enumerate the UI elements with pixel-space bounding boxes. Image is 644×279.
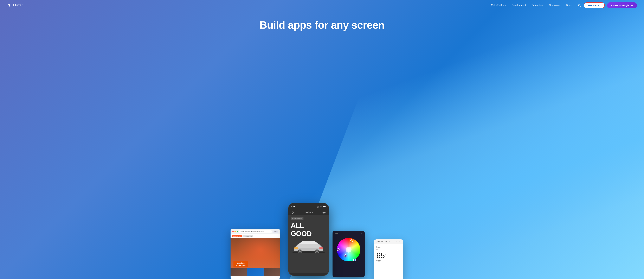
phone-statusbar: 8:09 [288,203,329,210]
logo-area[interactable]: Flutter [7,3,22,8]
signal-icon [317,206,319,208]
nav-development[interactable]: Development [512,4,526,6]
mini-image-1 [230,268,247,276]
browser-traffic-lights [232,231,238,232]
weather-name: Ross... [376,246,401,248]
dot-1 [335,233,336,234]
color-handle-purple-1[interactable] [337,248,340,251]
browser-url-bar[interactable]: flutterhub.com/vacation-travel-maps [239,230,272,233]
browser-tabs: Arizona Trip Indonesia Trip [230,234,280,238]
fullscreen-dot [237,231,238,232]
page-wrapper: Flutter Multi-Platform Development Ecosy… [0,0,644,279]
weather-content: Ross... 20 m 65 ° Clear [374,244,403,264]
vacation-badge: VacationInspiration [234,261,248,268]
svg-point-21 [316,250,318,252]
bell-icon [291,211,294,214]
svg-rect-23 [319,248,323,248]
vacation-badge-text: VacationInspiration [236,262,246,266]
browser-content: VacationInspiration [230,238,280,276]
clock-icon [376,241,378,242]
svg-rect-8 [319,206,319,208]
close-dot [232,231,234,232]
color-wheel[interactable] [337,238,360,261]
brand-name: Flutter [13,3,22,7]
navbar: Flutter Multi-Platform Development Ecosy… [0,0,644,10]
phone-header-title: iX xDrive50 [303,211,314,214]
search-button[interactable] [578,3,582,7]
dot-2 [336,233,337,234]
dot-3 [337,233,338,234]
three-dots [335,233,338,234]
phone-device: 8:09 [288,203,329,276]
flutter-logo-icon [7,3,12,8]
wifi-icon [320,206,322,208]
svg-rect-5 [317,207,318,208]
weather-temperature: 65 [376,252,385,259]
nav-ecosystem[interactable]: Ecosystem [532,4,543,6]
get-started-button[interactable]: Get started [584,2,605,8]
browser-tab-inactive[interactable]: Indonesia Trip [242,235,253,237]
svg-point-16 [292,252,325,253]
weather-widget: 8:00 AM · Tue, Oct 9 Co... Ross... 20 m … [374,240,403,279]
car-icon-small [396,241,398,242]
hero-title: Build apps for any screen [0,19,644,31]
browser-titlebar: flutterhub.com/vacation-travel-maps Gues… [230,229,280,234]
weather-time-text: 8:00 AM · Tue, Oct 9 [378,241,392,242]
check-status-badge: Check Status [291,217,304,220]
svg-line-4 [580,6,581,6]
nav-links: Multi-Platform Development Ecosystem Sho… [491,4,572,6]
svg-point-9 [321,207,321,208]
browser-window: flutterhub.com/vacation-travel-maps Gues… [230,229,280,279]
weather-header: 8:00 AM · Tue, Oct 9 Co... [374,240,403,244]
phone-time: 8:09 [291,206,296,208]
devices-area: flutterhub.com/vacation-travel-maps Gues… [0,37,644,276]
color-picker-header: × [332,230,365,236]
battery-icon [323,206,326,208]
browser-tab-active[interactable]: Arizona Trip [232,235,242,237]
nav-multi-platform[interactable]: Multi-Platform [491,4,506,6]
svg-rect-11 [323,206,325,207]
phone-header: iX xDrive50 [288,210,329,215]
browser-guest-label: Guest [273,230,278,233]
phone-big-text-1: ALL [291,222,326,229]
weather-condition: Clear [376,260,401,262]
color-picker-close[interactable]: × [361,232,362,235]
phone-status-icons [317,206,326,208]
svg-rect-6 [318,206,318,208]
svg-rect-22 [294,248,298,248]
car-icon [322,211,326,214]
weather-temp-area: 65 ° [376,252,401,259]
companion-text: Co... [398,241,401,242]
hero-content: Build apps for any screen [0,10,644,37]
browser-bottom-images [230,268,280,276]
color-picker-panel: × [332,230,365,278]
phone-content: Check Status ALL GOOD [288,215,329,273]
nav-docs[interactable]: Docs [566,4,572,6]
google-io-button[interactable]: Flutter @ Google I/O [607,2,637,8]
car-illustration [291,239,326,253]
color-wheel-container[interactable] [332,236,365,263]
weather-distance: 20 m [376,248,401,250]
nav-showcase[interactable]: Showcase [549,4,560,6]
svg-rect-7 [318,206,318,208]
search-icon [578,4,581,7]
svg-rect-12 [326,206,326,207]
weather-companion: Co... [396,241,401,242]
mini-image-3 [264,268,280,276]
svg-point-19 [299,250,301,252]
weather-time: 8:00 AM · Tue, Oct 9 [376,241,392,242]
phone-big-text-2: GOOD [291,230,326,237]
color-handle-blue[interactable] [353,259,356,261]
mini-image-2 [247,268,264,276]
weather-degree: ° [385,253,386,258]
minimize-dot [234,231,236,232]
nav-right: Get started Flutter @ Google I/O [578,2,637,8]
